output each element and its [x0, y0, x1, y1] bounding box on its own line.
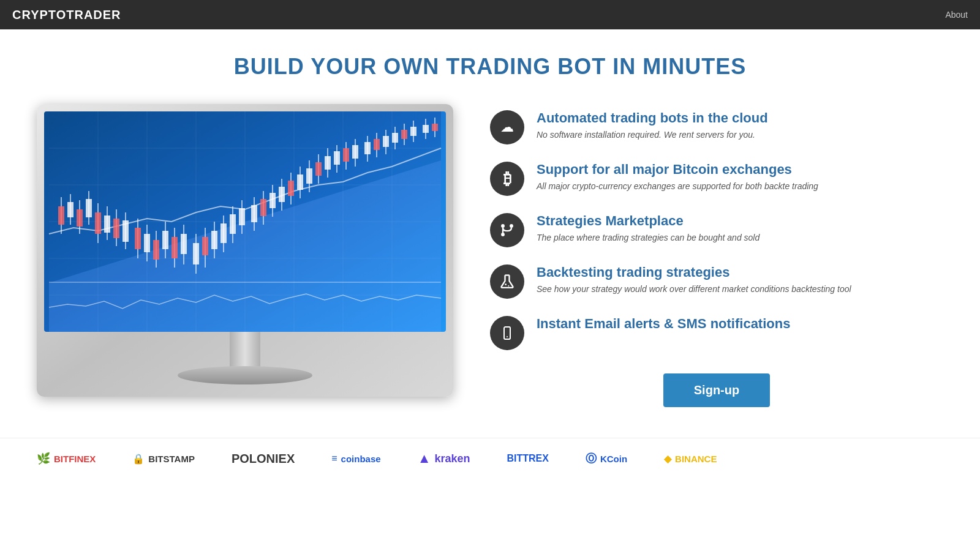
bittrex-label: BITTREX: [507, 453, 548, 464]
svg-rect-47: [211, 231, 217, 249]
svg-point-100: [505, 283, 507, 285]
svg-rect-49: [221, 223, 227, 243]
svg-rect-53: [239, 208, 245, 225]
nav-about[interactable]: About: [945, 10, 968, 20]
bitfinex-label: BITFINEX: [54, 454, 96, 464]
features-list: ☁ Automated trading bots in the cloud No…: [490, 104, 943, 407]
feature-cloud: ☁ Automated trading bots in the cloud No…: [490, 110, 943, 144]
svg-rect-79: [364, 142, 371, 154]
cloud-icon: ☁: [490, 110, 524, 144]
feature-backtesting-desc: See how your strategy would work over di…: [537, 283, 851, 296]
exchange-bitstamp: 🔒 BITSTAMP: [132, 453, 195, 465]
svg-rect-33: [144, 234, 150, 252]
exchange-kraken: ▲ kraken: [418, 451, 470, 467]
exchange-okcoin: Ⓞ KCoin: [586, 451, 627, 466]
feature-marketplace-desc: The place where trading strategies can b…: [537, 231, 760, 244]
svg-rect-55: [251, 205, 257, 222]
svg-rect-63: [288, 181, 294, 196]
svg-point-97: [510, 224, 513, 228]
svg-point-96: [501, 233, 505, 236]
svg-rect-91: [423, 125, 429, 133]
svg-rect-77: [352, 145, 358, 159]
feature-cloud-text: Automated trading bots in the cloud No s…: [537, 110, 768, 141]
kraken-label: kraken: [434, 452, 470, 465]
svg-rect-15: [58, 206, 64, 225]
svg-rect-94: [49, 282, 441, 283]
okcoin-label: KCoin: [600, 454, 627, 464]
svg-rect-17: [67, 202, 74, 217]
svg-rect-31: [135, 228, 141, 249]
exchanges-bar: 🌿 BITFINEX 🔒 BITSTAMP POLONIEX ≡ coinbas…: [0, 438, 980, 479]
coinbase-label: coinbase: [341, 454, 381, 464]
feature-backtesting-text: Backtesting trading strategies See how y…: [537, 264, 851, 296]
svg-rect-67: [306, 168, 312, 184]
chart-svg: [44, 111, 446, 332]
feature-cloud-desc: No software installation required. We re…: [537, 129, 768, 141]
feature-alerts: Instant Email alerts & SMS notifications: [490, 316, 943, 350]
header: CRYPTOTRADER About: [0, 0, 980, 29]
svg-rect-71: [325, 156, 331, 170]
hero-section: BUILD YOUR OWN TRADING BOT IN MINUTES: [0, 29, 980, 425]
svg-rect-35: [153, 240, 159, 260]
svg-rect-57: [260, 199, 266, 216]
feature-marketplace-text: Strategies Marketplace The place where t…: [537, 213, 760, 244]
svg-rect-27: [113, 219, 119, 238]
svg-point-101: [508, 285, 509, 287]
svg-rect-85: [392, 133, 398, 143]
svg-rect-87: [401, 130, 407, 139]
marketplace-icon: [490, 213, 524, 247]
feature-alerts-text: Instant Email alerts & SMS notifications: [537, 316, 790, 334]
svg-point-103: [507, 336, 508, 337]
nav-links: About: [945, 10, 968, 20]
exchange-bitfinex: 🌿 BITFINEX: [37, 452, 96, 465]
svg-rect-21: [86, 199, 92, 217]
feature-backtesting-title: Backtesting trading strategies: [537, 264, 851, 280]
svg-rect-23: [95, 212, 101, 234]
svg-rect-37: [162, 231, 168, 249]
feature-alerts-title: Instant Email alerts & SMS notifications: [537, 316, 790, 332]
svg-rect-89: [410, 127, 417, 136]
hero-content: ☁ Automated trading bots in the cloud No…: [37, 104, 943, 407]
feature-marketplace: Strategies Marketplace The place where t…: [490, 213, 943, 247]
feature-backtesting: Backtesting trading strategies See how y…: [490, 264, 943, 299]
feature-cloud-title: Automated trading bots in the cloud: [537, 110, 768, 126]
hero-title: BUILD YOUR OWN TRADING BOT IN MINUTES: [234, 54, 746, 80]
svg-rect-29: [123, 220, 129, 242]
monitor-stand: [44, 332, 446, 384]
svg-rect-73: [334, 151, 340, 165]
svg-rect-39: [172, 237, 178, 258]
phone-icon: [490, 316, 524, 350]
svg-rect-45: [202, 237, 208, 255]
signup-container: Sign-up: [490, 373, 943, 407]
monitor-base: [178, 366, 312, 384]
svg-rect-83: [383, 136, 389, 147]
binance-label: BINANCE: [675, 454, 717, 464]
monitor-screen: [44, 111, 446, 332]
feature-marketplace-title: Strategies Marketplace: [537, 213, 760, 229]
logo: CRYPTOTRADER: [12, 8, 121, 22]
svg-point-95: [501, 224, 505, 228]
monitor-neck: [230, 332, 260, 369]
svg-rect-43: [193, 243, 199, 264]
bitstamp-label: BITSTAMP: [148, 454, 195, 464]
signup-button[interactable]: Sign-up: [663, 373, 770, 407]
bitcoin-icon: ₿: [490, 162, 524, 196]
svg-rect-59: [270, 193, 276, 208]
svg-rect-41: [181, 234, 187, 254]
exchange-coinbase: ≡ coinbase: [331, 453, 380, 464]
feature-exchanges-desc: All major crypto-currency exchanges are …: [537, 180, 818, 193]
svg-rect-69: [315, 162, 322, 176]
svg-rect-19: [77, 209, 83, 227]
feature-exchanges: ₿ Support for all major Bitcoin exchange…: [490, 162, 943, 196]
svg-rect-51: [230, 214, 236, 234]
svg-rect-25: [104, 216, 110, 233]
monitor-illustration: [37, 104, 453, 397]
feature-exchanges-title: Support for all major Bitcoin exchanges: [537, 162, 818, 178]
svg-rect-65: [297, 174, 303, 190]
exchange-poloniex: POLONIEX: [232, 452, 295, 466]
exchange-bittrex: BITTREX: [507, 453, 548, 464]
feature-exchanges-text: Support for all major Bitcoin exchanges …: [537, 162, 818, 193]
exchange-binance: ◆ BINANCE: [664, 453, 717, 465]
svg-rect-81: [374, 139, 380, 150]
flask-icon: [490, 264, 524, 299]
